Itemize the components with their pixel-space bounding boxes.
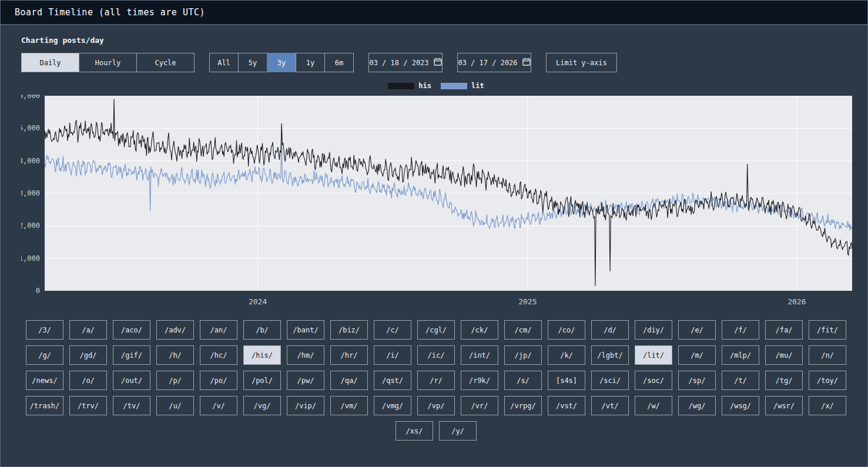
board-button-hc[interactable]: /hc/ <box>200 345 237 365</box>
svg-text:5,000: 5,000 <box>21 124 40 132</box>
board-button-x[interactable]: /x/ <box>809 396 846 415</box>
board-button-vrpg[interactable]: /vrpg/ <box>504 396 542 415</box>
board-button-bant[interactable]: /bant/ <box>287 320 324 340</box>
board-button-t[interactable]: /t/ <box>722 371 759 390</box>
board-grid: /3//a//aco//adv//an//b//bant//biz//c//cg… <box>21 320 851 441</box>
board-button-news[interactable]: /news/ <box>26 371 63 390</box>
board-button-trv[interactable]: /trv/ <box>69 396 107 415</box>
board-button-trash[interactable]: /trash/ <box>26 396 63 415</box>
board-button-co[interactable]: /co/ <box>548 320 585 340</box>
board-button-int[interactable]: /int/ <box>461 345 498 365</box>
board-button-vip[interactable]: /vip/ <box>287 396 324 415</box>
board-button-biz[interactable]: /biz/ <box>330 320 368 340</box>
board-button-vmg[interactable]: /vmg/ <box>374 396 411 415</box>
board-button-soc[interactable]: /soc/ <box>635 371 672 390</box>
board-button-gd[interactable]: /gd/ <box>69 345 107 365</box>
board-button-y[interactable]: /y/ <box>439 421 477 441</box>
board-button-aco[interactable]: /aco/ <box>113 320 150 340</box>
board-button-his[interactable]: /his/ <box>243 345 281 365</box>
board-button-wsg[interactable]: /wsg/ <box>722 396 759 415</box>
board-button-u[interactable]: /u/ <box>156 396 194 415</box>
board-button-vg[interactable]: /vg/ <box>243 396 281 415</box>
board-button-h[interactable]: /h/ <box>156 345 194 365</box>
board-button-sci[interactable]: /sci/ <box>591 371 629 390</box>
board-button-out[interactable]: /out/ <box>113 371 150 390</box>
range-button-3y[interactable]: 3y <box>267 53 296 72</box>
board-button-i[interactable]: /i/ <box>374 345 411 365</box>
range-button-1y[interactable]: 1y <box>296 53 325 72</box>
board-button-o[interactable]: /o/ <box>69 371 107 390</box>
limit-y-axis-button[interactable]: Limit y-axis <box>546 53 617 72</box>
board-button-c[interactable]: /c/ <box>374 320 411 340</box>
board-button-3[interactable]: /3/ <box>26 320 63 340</box>
range-button-all[interactable]: All <box>209 53 239 72</box>
board-button-hm[interactable]: /hm/ <box>287 345 324 365</box>
mode-button-hourly[interactable]: Hourly <box>79 53 137 72</box>
board-button-p[interactable]: /p/ <box>156 371 194 390</box>
board-button-wg[interactable]: /wg/ <box>678 396 716 415</box>
board-button-an[interactable]: /an/ <box>200 320 237 340</box>
board-button-vst[interactable]: /vst/ <box>548 396 585 415</box>
board-button-vp[interactable]: /vp/ <box>417 396 455 415</box>
board-button-k[interactable]: /k/ <box>548 345 585 365</box>
board-button-vr[interactable]: /vr/ <box>461 396 498 415</box>
board-button-n[interactable]: /n/ <box>809 345 846 365</box>
board-button-po[interactable]: /po/ <box>200 371 237 390</box>
svg-text:3,000: 3,000 <box>21 189 40 197</box>
board-button-vt[interactable]: /vt/ <box>591 396 629 415</box>
board-button-pol[interactable]: /pol/ <box>243 371 281 390</box>
controls-row: DailyHourlyCycle All5y3y1y6m 03 / 18 / 2… <box>21 53 851 72</box>
calendar-icon[interactable] <box>434 58 442 68</box>
calendar-icon[interactable] <box>522 58 531 68</box>
board-button-qst[interactable]: /qst/ <box>374 371 411 390</box>
legend-item-his[interactable]: his <box>388 82 431 90</box>
board-button-a[interactable]: /a/ <box>69 320 107 340</box>
board-button-s[interactable]: /s/ <box>504 371 542 390</box>
board-button-m[interactable]: /m/ <box>678 345 716 365</box>
board-button-jp[interactable]: /jp/ <box>504 345 542 365</box>
board-button-r9k[interactable]: /r9k/ <box>461 371 498 390</box>
board-button-v[interactable]: /v/ <box>200 396 237 415</box>
title-bar: Board Timeline (all times are UTC) <box>1 1 867 25</box>
board-button-diy[interactable]: /diy/ <box>635 320 672 340</box>
board-button-sp[interactable]: /sp/ <box>678 371 716 390</box>
board-button-adv[interactable]: /adv/ <box>156 320 194 340</box>
board-button-vm[interactable]: /vm/ <box>330 396 368 415</box>
board-button-cm[interactable]: /cm/ <box>504 320 542 340</box>
board-button-b[interactable]: /b/ <box>243 320 281 340</box>
chart-area: 20242025202601,0002,0003,0004,0005,0006,… <box>21 95 851 305</box>
board-button-fa[interactable]: /fa/ <box>765 320 803 340</box>
board-button-mu[interactable]: /mu/ <box>765 345 803 365</box>
board-button-tg[interactable]: /tg/ <box>765 371 803 390</box>
board-button-qa[interactable]: /qa/ <box>330 371 368 390</box>
board-button-ic[interactable]: /ic/ <box>417 345 455 365</box>
board-button-tv[interactable]: /tv/ <box>113 396 150 415</box>
board-button-pw[interactable]: /pw/ <box>287 371 324 390</box>
legend-item-lit[interactable]: lit <box>441 82 484 90</box>
board-button-s4s[interactable]: [s4s] <box>548 371 585 390</box>
end-date-field[interactable]: 03 / 17 / 2026 <box>457 53 531 72</box>
board-button-g[interactable]: /g/ <box>26 345 63 365</box>
board-button-r[interactable]: /r/ <box>417 371 455 390</box>
board-button-f[interactable]: /f/ <box>722 320 759 340</box>
board-button-hr[interactable]: /hr/ <box>330 345 368 365</box>
mode-button-daily[interactable]: Daily <box>21 53 79 72</box>
board-button-lit[interactable]: /lit/ <box>635 345 672 365</box>
board-button-w[interactable]: /w/ <box>635 396 672 415</box>
board-button-e[interactable]: /e/ <box>678 320 716 340</box>
board-button-fit[interactable]: /fit/ <box>809 320 846 340</box>
mode-button-cycle[interactable]: Cycle <box>136 53 195 72</box>
board-button-gif[interactable]: /gif/ <box>113 345 150 365</box>
board-button-ck[interactable]: /ck/ <box>461 320 498 340</box>
range-button-6m[interactable]: 6m <box>324 53 354 72</box>
board-button-mlp[interactable]: /mlp/ <box>722 345 759 365</box>
range-button-5y[interactable]: 5y <box>238 53 267 72</box>
board-button-d[interactable]: /d/ <box>591 320 629 340</box>
board-button-xs[interactable]: /xs/ <box>396 421 433 441</box>
board-button-wsr[interactable]: /wsr/ <box>765 396 803 415</box>
board-button-cgl[interactable]: /cgl/ <box>417 320 455 340</box>
range-button-group: All5y3y1y6m <box>209 53 354 72</box>
start-date-field[interactable]: 03 / 18 / 2023 <box>368 53 443 72</box>
board-button-toy[interactable]: /toy/ <box>809 371 846 390</box>
board-button-lgbt[interactable]: /lgbt/ <box>591 345 629 365</box>
